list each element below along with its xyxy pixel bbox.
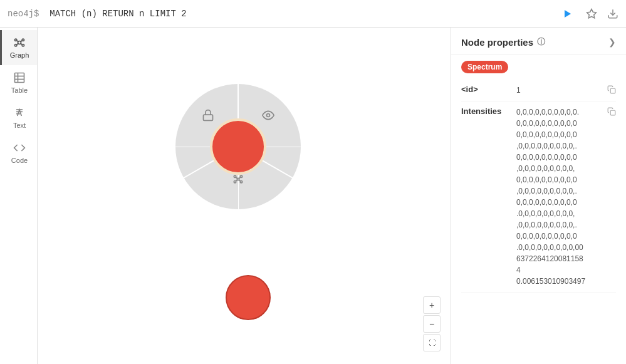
fit-button[interactable]: ⛶	[423, 334, 441, 351]
prompt-prefix: neo4j$	[8, 9, 39, 19]
context-ring	[175, 84, 301, 209]
svg-line-11	[21, 43, 23, 45]
sidebar-text-label: Text	[13, 122, 26, 129]
sidebar-table-label: Table	[11, 86, 28, 94]
panel-title-text: Node properties	[461, 37, 533, 48]
prop-row-intensities: Intensities 0,0,0,0,0,0,0,0,0,0. 0,0,0,0…	[461, 101, 616, 293]
zoom-controls: + − ⛶	[423, 296, 441, 351]
svg-rect-33	[610, 88, 615, 93]
svg-line-29	[236, 177, 237, 179]
prop-key-intensities: Intensities	[461, 107, 511, 116]
zoom-out-button[interactable]: −	[423, 315, 441, 333]
prop-value-container-id: 1	[516, 85, 616, 96]
query-input: neo4j$ MATCH (n) RETURN n LIMIT 2	[8, 9, 551, 19]
svg-line-8	[17, 41, 18, 43]
svg-point-6	[15, 44, 17, 46]
sidebar: Graph Table Text Cod	[0, 28, 38, 364]
svg-point-24	[237, 178, 239, 180]
prop-key-id: <id>	[461, 85, 511, 94]
svg-marker-0	[565, 10, 571, 18]
svg-rect-12	[15, 73, 24, 83]
panel-header: Node properties ⓘ ❯	[451, 28, 626, 55]
sidebar-code-label: Code	[11, 157, 28, 164]
right-panel: Node properties ⓘ ❯ Spectrum <id> 1	[451, 28, 626, 364]
prop-row-id: <id> 1	[461, 80, 616, 101]
svg-point-25	[234, 175, 236, 177]
copy-intensities-icon[interactable]	[607, 107, 616, 118]
svg-line-31	[236, 180, 237, 181]
svg-point-28	[240, 181, 242, 183]
svg-line-30	[239, 177, 241, 179]
svg-point-7	[22, 44, 24, 46]
run-button[interactable]	[558, 5, 576, 23]
svg-rect-34	[610, 110, 615, 115]
svg-rect-22	[204, 115, 213, 120]
prop-value-id: 1	[516, 85, 605, 96]
copy-id-icon[interactable]	[607, 85, 616, 96]
node-circle-small[interactable]	[226, 275, 271, 320]
topbar: neo4j$ MATCH (n) RETURN n LIMIT 2	[0, 0, 626, 28]
info-icon: ⓘ	[537, 36, 545, 48]
graph-canvas[interactable]: + − ⛶	[38, 28, 451, 364]
svg-point-23	[267, 114, 270, 117]
panel-title: Node properties ⓘ	[461, 36, 545, 48]
svg-point-4	[15, 39, 17, 41]
query-text: MATCH (n) RETURN n LIMIT 2	[50, 9, 186, 19]
topbar-actions	[558, 5, 618, 23]
svg-line-9	[21, 41, 23, 43]
zoom-in-button[interactable]: +	[423, 296, 441, 314]
sidebar-item-graph[interactable]: Graph	[0, 30, 37, 65]
sidebar-item-text[interactable]: Text	[0, 100, 37, 135]
properties-table: <id> 1 Intensities 0,0,0,0,0,0,0,0,0,0.	[451, 80, 626, 364]
svg-point-5	[22, 39, 24, 41]
prop-value-intensities: 0,0,0,0,0,0,0,0,0,0. 0,0,0,0,0,0,0,0,0,0…	[516, 107, 605, 287]
svg-point-26	[240, 175, 242, 177]
svg-point-27	[234, 181, 236, 183]
sidebar-item-code[interactable]: Code	[0, 135, 37, 170]
panel-collapse-button[interactable]: ❯	[608, 37, 616, 47]
sidebar-item-table[interactable]: Table	[0, 65, 37, 100]
spectrum-badge[interactable]: Spectrum	[451, 55, 626, 80]
download-button[interactable]	[607, 8, 618, 19]
expand-icon[interactable]	[232, 173, 244, 185]
view-icon[interactable]	[262, 109, 274, 122]
lock-icon[interactable]	[202, 109, 214, 122]
sidebar-graph-label: Graph	[10, 51, 29, 59]
favorite-button[interactable]	[586, 8, 597, 19]
node-large[interactable]	[175, 84, 301, 209]
prop-value-container-intensities: 0,0,0,0,0,0,0,0,0,0. 0,0,0,0,0,0,0,0,0,0…	[516, 107, 616, 287]
svg-line-10	[17, 43, 18, 45]
svg-line-32	[239, 180, 241, 181]
node-circle-large[interactable]	[210, 118, 266, 175]
svg-marker-1	[587, 9, 597, 18]
main-content: Graph Table Text Cod	[0, 28, 626, 364]
